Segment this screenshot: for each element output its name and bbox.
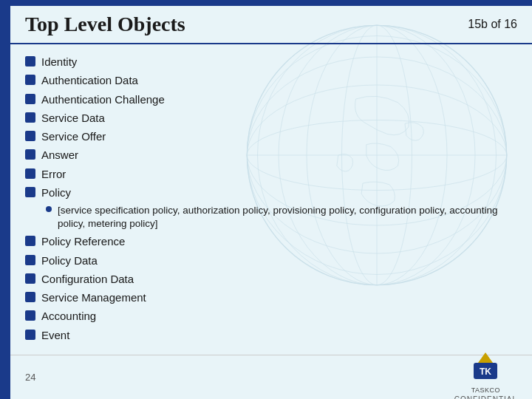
list-item: Event — [25, 328, 517, 343]
bullet-icon — [25, 236, 35, 246]
footer: 24 TK TASKCO CONFIDENTIAL — [10, 355, 532, 399]
list-item: Policy Reference — [25, 234, 517, 249]
sub-item-label: [service specification policy, authoriza… — [58, 204, 517, 231]
svg-text:TK: TK — [480, 366, 491, 377]
list-item: Configuration Data — [25, 272, 517, 287]
svg-marker-12 — [478, 352, 493, 363]
bullet-icon — [25, 187, 35, 197]
bullet-icon — [25, 56, 35, 66]
list-item: Accounting — [25, 309, 517, 324]
list-item: Service Offer — [25, 129, 517, 144]
bullet-icon — [25, 330, 35, 340]
bullet-icon — [25, 273, 35, 284]
bullet-icon — [25, 292, 35, 302]
company-label: TASKCO — [471, 386, 500, 394]
list-item-label: Service Management — [41, 290, 146, 305]
bullet-icon — [25, 112, 35, 123]
list-item: Answer — [25, 148, 517, 163]
list-item: Policy Data — [25, 253, 517, 268]
list-item-label: Identity — [41, 55, 77, 69]
list-item: Service Data — [25, 111, 517, 126]
list-item-label: Answer — [41, 148, 78, 163]
sub-bullet-icon — [46, 206, 52, 212]
confidential-label: CONFIDENTIAL — [454, 395, 517, 399]
list-item: Service Management — [25, 290, 517, 305]
bullet-icon — [25, 94, 35, 104]
list-item-label: Service Data — [41, 111, 105, 126]
list-item-label: Policy — [41, 185, 71, 200]
list-item-label: Authentication Data — [41, 73, 138, 88]
logo-area: TK TASKCO CONFIDENTIAL — [454, 351, 517, 399]
page-title: Top Level Objects — [25, 13, 185, 36]
taskco-logo: TK — [465, 351, 506, 385]
list-item-label: Error — [41, 167, 66, 182]
bullet-icon — [25, 168, 35, 179]
content-area: Identity Authentication Data Authenticat… — [10, 46, 532, 355]
list-item-label: Configuration Data — [41, 272, 134, 287]
bullet-icon — [25, 255, 35, 265]
list-item-label: Accounting — [41, 309, 96, 324]
list-item: Authentication Data — [25, 73, 517, 88]
top-bar — [10, 0, 532, 6]
list-item-label: Authentication Challenge — [41, 92, 165, 107]
header: Top Level Objects 15b of 16 — [10, 6, 532, 44]
list-item: Authentication Challenge — [25, 92, 517, 107]
bullet-icon — [25, 149, 35, 160]
bullet-icon — [25, 131, 35, 141]
left-bar — [0, 0, 10, 399]
bullet-icon — [25, 75, 35, 85]
page-number: 24 — [25, 372, 35, 383]
list-item: Error — [25, 167, 517, 182]
list-item: Identity — [25, 55, 517, 69]
list-item-label: Service Offer — [41, 129, 106, 144]
list-item: Policy — [25, 185, 517, 200]
list-item-label: Policy Data — [41, 253, 98, 268]
list-item-label: Policy Reference — [41, 234, 125, 249]
slide-number: 15b of 16 — [468, 18, 517, 31]
list-item-label: Event — [41, 328, 69, 343]
sub-list-item: [service specification policy, authoriza… — [46, 204, 517, 231]
bullet-icon — [25, 310, 35, 321]
